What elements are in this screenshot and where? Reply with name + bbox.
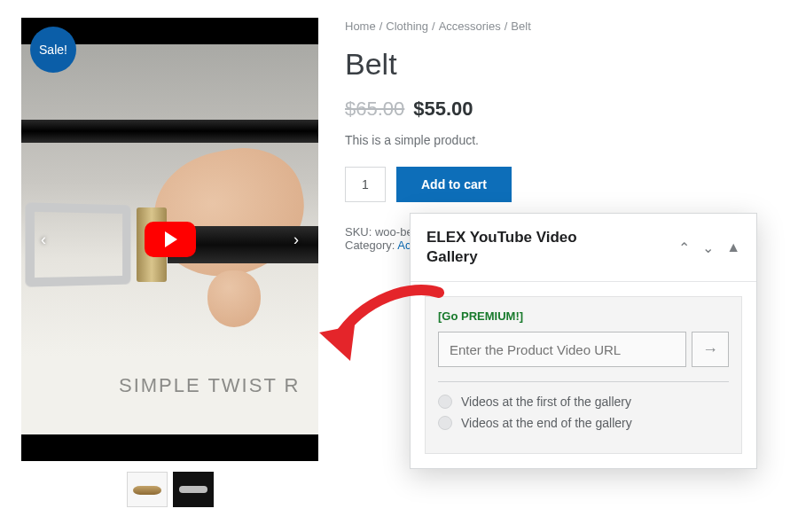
gallery-thumb-2[interactable] <box>173 472 214 507</box>
metabox-title: ELEX YouTube Video Gallery <box>426 228 622 267</box>
gallery-thumb-1[interactable] <box>127 472 168 507</box>
gallery-thumbnails <box>21 472 318 507</box>
breadcrumb-sep: / <box>379 20 383 33</box>
submit-url-button[interactable]: → <box>692 332 729 367</box>
sku-label: SKU: <box>345 225 372 239</box>
breadcrumb-sep: / <box>505 20 508 33</box>
page-title: Belt <box>345 47 777 82</box>
breadcrumb-current: Belt <box>511 20 530 33</box>
product-tagline: This is a simple product. <box>345 133 777 147</box>
video-position-end-option[interactable]: Videos at the end of the gallery <box>438 416 729 430</box>
radio-icon <box>438 416 452 430</box>
go-premium-link[interactable]: [Go PREMIUM!] <box>438 309 729 323</box>
product-video-url-input[interactable] <box>438 332 686 367</box>
breadcrumb: Home / Clothing / Accessories / Belt <box>345 20 777 33</box>
elex-video-gallery-metabox: ELEX YouTube Video Gallery ⌃ ⌄ ▲ [Go PRE… <box>410 213 757 469</box>
breadcrumb-accessories[interactable]: Accessories <box>439 20 501 33</box>
category-label: Category: <box>345 239 395 252</box>
divider <box>438 381 729 382</box>
metabox-toggle-icon[interactable]: ▲ <box>726 239 740 256</box>
sale-badge: Sale! <box>30 27 76 73</box>
option-label: Videos at the end of the gallery <box>461 416 632 430</box>
radio-icon <box>438 395 452 409</box>
gallery-next-button[interactable]: › <box>286 230 306 249</box>
sku-value: woo-be <box>375 225 413 239</box>
metabox-move-up-icon[interactable]: ⌃ <box>678 239 690 256</box>
breadcrumb-clothing[interactable]: Clothing <box>386 20 428 33</box>
video-position-first-option[interactable]: Videos at the first of the gallery <box>438 395 729 409</box>
price-old: $65.00 <box>345 98 404 121</box>
video-caption: SIMPLE TWIST R <box>119 374 300 397</box>
metabox-move-down-icon[interactable]: ⌄ <box>702 239 714 256</box>
breadcrumb-home[interactable]: Home <box>345 20 376 33</box>
quantity-stepper[interactable] <box>345 167 386 202</box>
arrow-right-icon: → <box>702 340 718 359</box>
price-current: $55.00 <box>413 98 473 121</box>
breadcrumb-sep: / <box>432 20 435 33</box>
gallery-prev-button[interactable]: ‹ <box>34 230 53 249</box>
add-to-cart-button[interactable]: Add to cart <box>396 167 512 202</box>
product-video-frame: Sale! SIMPLE TWIST R ‹ › <box>21 18 318 461</box>
annotation-arrow-icon <box>306 279 448 377</box>
product-price: $65.00 $55.00 <box>345 98 777 121</box>
youtube-play-icon[interactable] <box>145 222 196 257</box>
option-label: Videos at the first of the gallery <box>461 395 631 409</box>
